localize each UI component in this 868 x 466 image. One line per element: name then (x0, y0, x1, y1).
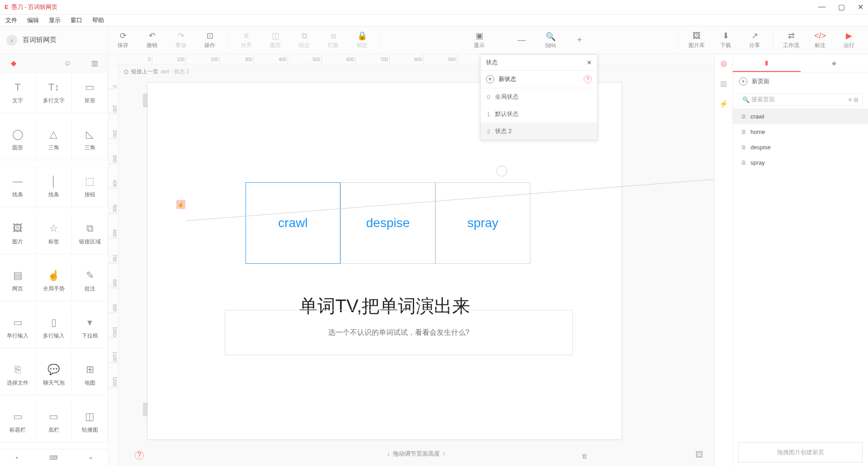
tab-layout-icon[interactable]: ▥ (85, 54, 104, 72)
group-button[interactable]: ⧉组合 (290, 31, 319, 49)
back-button[interactable]: ‹ (6, 35, 17, 46)
component-线条[interactable]: —线条 (0, 166, 36, 207)
footer-keyboard-icon[interactable]: ⌨ (49, 454, 58, 461)
component-图片[interactable]: 🖼图片 (0, 214, 36, 254)
share-button[interactable]: ↗分享 (740, 31, 769, 49)
component-网页[interactable]: ▤网页 (0, 261, 36, 301)
selection-handle-icon[interactable]: ☝ (176, 200, 185, 209)
lock-button[interactable]: 🔒锁定 (348, 31, 377, 49)
component-下拉框[interactable]: ▾下拉框 (72, 308, 108, 348)
state-help-icon[interactable]: ? (584, 75, 592, 83)
page-item-spray[interactable]: 🗎spray (733, 155, 868, 170)
page-search-input[interactable]: 🔍 搜索页面 ≡ ⊞ (738, 93, 863, 106)
component-文字[interactable]: T文字 (0, 72, 36, 113)
page-item-home[interactable]: 🗎home (733, 124, 868, 139)
maximize-icon[interactable]: ▢ (838, 3, 845, 11)
component-三角[interactable]: ◺三角 (72, 119, 108, 160)
word-card-despise[interactable]: despise (340, 182, 435, 264)
component-单行输入[interactable]: ▭单行输入 (0, 308, 36, 348)
component-链接区域[interactable]: ⧉链接区域 (72, 214, 108, 254)
titlebar: E 墨刀 - 百词斩网页 — ▢ ✕ (0, 0, 868, 14)
app-logo-icon: E (5, 4, 9, 10)
right-panel: ◎ ▥ ⚡ ▮ ◆ +新页面 🔍 搜索页面 ≡ ⊞ 🗎crawl🗎home🗎de… (714, 54, 868, 466)
menubar: 文件 编辑 显示 窗口 帮助 (0, 14, 868, 26)
component-批注[interactable]: ✎批注 (72, 261, 108, 301)
component-标签[interactable]: ☆标签 (36, 214, 72, 254)
component-选择文件[interactable]: ⎘选择文件 (0, 355, 36, 395)
gesture-handle-icon[interactable] (496, 166, 507, 176)
canvas: 0100200300400500600700800900100011001200… (108, 54, 714, 466)
state-popup: 状态 ✕ +新状态 ? 0全局状态1默认状态2状态 2 (480, 54, 598, 140)
page-item-despise[interactable]: 🗎despise (733, 139, 868, 155)
imagelib-button[interactable]: 🖼图片库 (682, 31, 711, 49)
breadcrumb-dot-icon (124, 70, 128, 74)
state-item-0[interactable]: 0全局状态 (481, 88, 597, 105)
new-page-button[interactable]: +新页面 (733, 72, 868, 90)
subtitle-box: 选一个不认识的单词试试，看看会发生什么? (225, 310, 573, 355)
breadcrumb-state: awl - 状态 2 (161, 68, 189, 76)
state-item-2[interactable]: 2状态 2 (481, 123, 597, 140)
component-线条[interactable]: │线条 (36, 166, 72, 207)
new-state-button[interactable]: +新状态 ? (481, 71, 597, 88)
component-按钮[interactable]: ⬚按钮 (72, 166, 108, 207)
state-item-1[interactable]: 1默认状态 (481, 105, 597, 123)
trash-icon[interactable]: 🗑 (581, 453, 721, 460)
menu-help[interactable]: 帮助 (92, 16, 104, 24)
drop-zone[interactable]: 拖拽图片创建新页 (738, 442, 863, 462)
close-icon[interactable]: ✕ (858, 3, 863, 11)
breadcrumb[interactable]: 链接上一页 awl - 状态 2 (124, 68, 189, 76)
component-聊天气泡[interactable]: 💬聊天气泡 (36, 355, 72, 395)
page-item-crawl[interactable]: 🗎crawl (733, 109, 868, 124)
component-三角[interactable]: △三角 (36, 119, 72, 160)
component-标题栏[interactable]: ▭标题栏 (0, 402, 36, 442)
help-icon[interactable]: ? (135, 451, 144, 460)
operate-button[interactable]: ⊡操作 (195, 31, 224, 49)
display-button[interactable]: ▣显示 (465, 31, 494, 49)
menu-window[interactable]: 窗口 (71, 16, 82, 24)
workflow-button[interactable]: ⇄工作流 (777, 31, 806, 49)
tab-smile-icon[interactable]: ☺ (58, 54, 76, 72)
menu-file[interactable]: 文件 (5, 16, 17, 24)
rail-layout-icon[interactable]: ▥ (720, 79, 727, 88)
ungroup-button[interactable]: ⧈打散 (319, 31, 348, 49)
project-name: 百词斩网页 (23, 36, 57, 44)
tab-layers-icon[interactable]: ◆ (801, 54, 868, 72)
component-多行输入[interactable]: ▯多行输入 (36, 308, 72, 348)
tab-shapes-icon[interactable]: ◆ (5, 54, 23, 72)
tab-apple-icon[interactable] (32, 54, 50, 72)
component-圆形[interactable]: ◯圆形 (0, 119, 36, 160)
menu-edit[interactable]: 编辑 (27, 16, 39, 24)
component-轮播图[interactable]: ◫轮播图 (72, 402, 108, 442)
tab-pages-icon[interactable]: ▮ (733, 54, 801, 72)
download-button[interactable]: ⬇下载 (711, 31, 740, 49)
component-多行文字[interactable]: T↕多行文字 (36, 72, 72, 113)
window-title: 墨刀 - 百词斩网页 (11, 3, 58, 11)
redo-button[interactable]: ↷重做 (166, 31, 195, 49)
state-popup-close-icon[interactable]: ✕ (587, 59, 592, 66)
footer-collapse-icon[interactable]: « (89, 454, 92, 461)
undo-button[interactable]: ↶撤销 (137, 31, 166, 49)
word-card-spray[interactable]: spray (435, 182, 530, 264)
align-button[interactable]: ≡对齐 (232, 31, 261, 49)
state-popup-title: 状态 (486, 58, 498, 67)
component-地图[interactable]: ⊞地图 (72, 355, 108, 395)
run-button[interactable]: ▶运行 (835, 31, 863, 49)
component-全局手势[interactable]: ☝全局手势 (36, 261, 72, 301)
rail-target-icon[interactable]: ◎ (721, 59, 727, 67)
layer-button[interactable]: ◫图层 (261, 31, 290, 49)
word-card-crawl[interactable]: crawl (245, 182, 340, 264)
toolbar: ‹ 百词斩网页 ⟳保存 ↶撤销 ↷重做 ⊡操作 ≡对齐 ◫图层 ⧉组合 ⧈打散 … (0, 26, 868, 54)
component-底栏[interactable]: ▭底栏 (36, 402, 72, 442)
rail-flash-icon[interactable]: ⚡ (719, 100, 728, 108)
menu-view[interactable]: 显示 (49, 16, 61, 24)
minimize-icon[interactable]: — (818, 3, 826, 11)
components-panel: ◆ ☺ ▥ T文字T↕多行文字▭矩形◯圆形△三角◺三角—线条│线条⬚按钮🖼图片☆… (0, 54, 108, 466)
zoom-in-button[interactable]: + (565, 35, 594, 45)
annotate-button[interactable]: </>标注 (806, 31, 835, 49)
footer-dark-icon[interactable]: ▪ (16, 454, 18, 461)
zoom-level[interactable]: 🔍56% (536, 32, 565, 49)
breadcrumb-link[interactable]: 链接上一页 (131, 68, 158, 76)
save-button[interactable]: ⟳保存 (108, 31, 137, 49)
zoom-out-button[interactable]: — (507, 35, 536, 45)
component-矩形[interactable]: ▭矩形 (72, 72, 108, 113)
